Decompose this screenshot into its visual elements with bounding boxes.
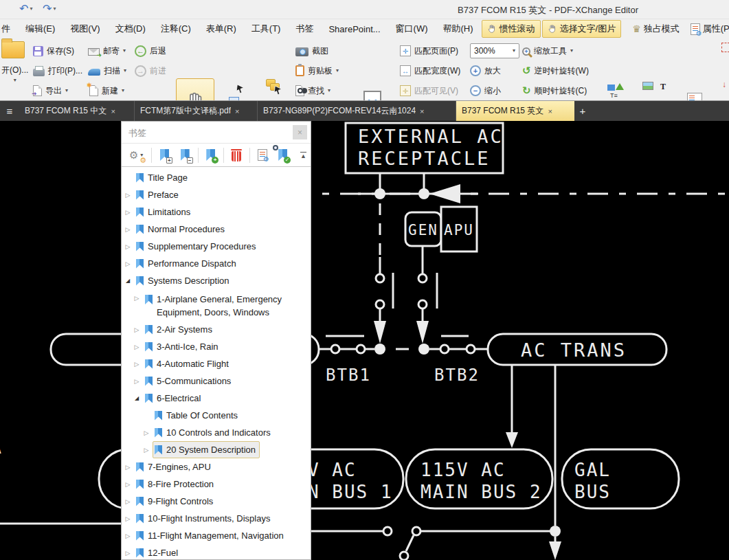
expander-icon[interactable]: ▷ <box>124 550 131 557</box>
menu-form[interactable]: 表单(R) <box>199 20 244 38</box>
expander-icon[interactable]: ▷ <box>124 243 131 250</box>
expander-icon[interactable]: ▷ <box>143 429 150 436</box>
expander-icon[interactable]: ▷ <box>124 498 131 505</box>
zoom-tool-button[interactable]: + 缩放工具 ▾ <box>522 43 573 59</box>
chevron-down-icon[interactable]: ▾ <box>124 69 126 73</box>
expander-icon[interactable]: ▷ <box>133 344 140 350</box>
expander-icon[interactable]: ▷ <box>124 533 131 539</box>
bookmark-item-controls-and-indicators[interactable]: ▷ 10 Controls and Indicators <box>122 424 311 441</box>
chevron-down-icon[interactable]: ▾ <box>30 6 32 12</box>
bookmark-item-limitations[interactable]: ▷ Limitations <box>122 203 311 221</box>
chevron-down-icon[interactable]: ▾ <box>336 69 339 73</box>
collapse-all-bookmarks-button[interactable]: − <box>177 147 193 164</box>
close-panel-button[interactable]: × <box>293 125 307 139</box>
select-text-image-toggle[interactable]: 选择文字/图片 <box>542 20 622 38</box>
expander-icon[interactable]: ▷ <box>124 464 131 471</box>
chevron-down-icon[interactable]: ▾ <box>65 89 68 93</box>
chevron-down-icon[interactable]: ▾ <box>122 89 124 93</box>
bookmark-item-flight-management[interactable]: ▷ 11-Flight Management, Navigation <box>122 527 311 544</box>
document-canvas[interactable]: EXTERNAL AC RECEPTACLE GEN APU <box>0 121 729 560</box>
bookmark-item-engines-apu[interactable]: ▷ 7-Engines, APU <box>122 458 311 475</box>
close-icon[interactable]: × <box>111 107 115 115</box>
expander-icon[interactable]: ▷ <box>124 226 131 233</box>
chevron-down-icon[interactable]: ▾ <box>328 89 330 93</box>
mail-button[interactable]: 邮寄 ▾ <box>88 43 126 59</box>
menu-document[interactable]: 文档(D) <box>108 20 153 38</box>
menu-file[interactable]: 件 <box>0 20 18 38</box>
bookmark-item-supplementary-procedures[interactable]: ▷ Supplementary Procedures <box>122 238 311 255</box>
expander-icon[interactable]: ▷ <box>124 209 131 216</box>
snapshot-button[interactable]: 截图 <box>295 43 328 59</box>
bookmark-item-air-systems[interactable]: ▷ 2-Air Systems <box>122 321 311 338</box>
rotate-cw-button[interactable]: ↻ 顺时针旋转(C) <box>522 82 587 99</box>
find-button[interactable]: 查找 ▾ <box>295 82 330 99</box>
expand-all-bookmarks-button[interactable]: + <box>157 147 172 164</box>
open-button[interactable]: 开(O)... ▾ <box>1 41 28 82</box>
delete-bookmark-button[interactable] <box>229 147 245 164</box>
tab-fcom-r15-en[interactable]: B737 FCOM R15 英文 × <box>456 101 574 121</box>
rotate-ccw-button[interactable]: ↺ 逆时针旋转(W) <box>522 63 589 79</box>
bookmark-item-anti-ice-rain[interactable]: ▷ 3-Anti-Ice, Rain <box>122 338 311 355</box>
new-document-button[interactable]: 新建 ▾ <box>89 82 124 99</box>
zoom-out-button[interactable]: − 缩小 <box>470 82 501 99</box>
bookmark-item-flight-instruments[interactable]: ▷ 10-Flight Instruments, Displays <box>122 510 311 527</box>
expander-icon[interactable]: ▷ <box>124 515 131 522</box>
collapse-panel-icon[interactable]: ▲ <box>300 152 306 159</box>
menu-sharepoint[interactable]: SharePoint... <box>321 21 388 37</box>
tab-fcom-r15-cn[interactable]: B737 FCOM R15 中文 × <box>19 101 135 121</box>
bookmark-item-fire-protection[interactable]: ▷ 8-Fire Protection <box>122 475 311 493</box>
clipboard-button[interactable]: 剪贴板 ▾ <box>295 63 339 79</box>
add-bookmark-button[interactable]: + <box>203 147 218 164</box>
bookmark-item-systems-description[interactable]: ◢ Systems Description <box>122 272 311 289</box>
scan-button[interactable]: 扫描 ▾ <box>88 63 126 79</box>
fit-width-button[interactable]: ↔ 匹配宽度(W) <box>400 63 460 79</box>
bookmark-item-flight-controls[interactable]: ▷ 9-Flight Controls <box>122 493 311 510</box>
menu-window[interactable]: 窗口(W) <box>388 20 436 38</box>
expander-icon[interactable]: ▷ <box>124 260 131 267</box>
ensure-visibility-button[interactable]: ✓ <box>275 147 291 164</box>
chevron-down-icon[interactable]: ▾ <box>513 49 515 53</box>
tab-list-menu-button[interactable]: ≡ <box>0 101 19 121</box>
expander-icon[interactable]: ▷ <box>133 295 140 302</box>
expander-icon[interactable]: ▷ <box>124 481 131 488</box>
expander-icon[interactable]: ▷ <box>133 326 140 333</box>
expander-icon[interactable]: ◢ <box>133 395 140 401</box>
bookmark-item-communications[interactable]: ▷ 5-Communications <box>122 372 311 390</box>
bookmark-item-automatic-flight[interactable]: ▷ 4-Automatic Flight <box>122 355 311 372</box>
back-button[interactable]: ← 后退 <box>135 43 166 59</box>
close-icon[interactable]: × <box>548 107 552 115</box>
bookmark-item-performance-dispatch[interactable]: ▷ Performance Dispatch <box>122 255 311 272</box>
bookmark-item-airplane-general[interactable]: ▷ 1-Airplane General, Emergency Equipmen… <box>122 289 311 321</box>
bookmark-properties-button[interactable] <box>255 147 271 164</box>
expander-icon[interactable]: ◢ <box>124 278 131 284</box>
bookmark-item-title-page[interactable]: ▷ Title Page <box>122 169 311 186</box>
close-icon[interactable]: × <box>420 107 424 115</box>
expander-icon[interactable]: ▷ <box>133 378 140 385</box>
expander-icon[interactable]: ▷ <box>133 361 140 368</box>
zoom-level-combobox[interactable]: 300% ▾ <box>470 43 519 58</box>
redo-button[interactable]: ↷▾ <box>43 2 56 16</box>
properties-button[interactable]: 属性(P)... <box>686 20 729 38</box>
inertial-scroll-toggle[interactable]: 惯性滚动 <box>482 20 541 38</box>
bookmark-item-normal-procedures[interactable]: ▷ Normal Procedures <box>122 221 311 238</box>
bookmark-item-electrical[interactable]: ◢ 6-Electrical <box>122 390 311 407</box>
menu-help[interactable]: 帮助(H) <box>436 20 481 38</box>
bookmark-item-system-description[interactable]: ▷ 20 System Description <box>122 441 311 458</box>
save-button[interactable]: 保存(S) <box>33 43 74 59</box>
export-button[interactable]: 导出 ▾ <box>33 82 68 99</box>
print-button[interactable]: 打印(P)... <box>33 63 82 79</box>
fit-page-button[interactable]: ✛ 匹配页面(P) <box>400 43 458 59</box>
menu-view[interactable]: 视图(V) <box>63 20 107 38</box>
chevron-down-icon[interactable]: ▾ <box>1 78 28 82</box>
chevron-down-icon[interactable]: ▾ <box>123 49 126 53</box>
menu-edit[interactable]: 编辑(E) <box>18 20 63 38</box>
expander-icon[interactable]: ▷ <box>124 192 131 199</box>
expander-icon[interactable]: ▷ <box>143 447 150 453</box>
tab-fctm[interactable]: FCTM第7版中文译稿.pdf × <box>135 101 258 121</box>
menu-comment[interactable]: 注释(C) <box>153 20 199 38</box>
exclusive-mode-button[interactable]: ♛ 独占模式 <box>627 20 684 38</box>
fit-visible-button[interactable]: ✛ 匹配可见(V) <box>400 82 458 99</box>
menu-tools[interactable]: 工具(T) <box>244 20 289 38</box>
close-icon[interactable]: × <box>235 107 239 115</box>
bookmark-item-preface[interactable]: ▷ Preface <box>122 186 311 203</box>
